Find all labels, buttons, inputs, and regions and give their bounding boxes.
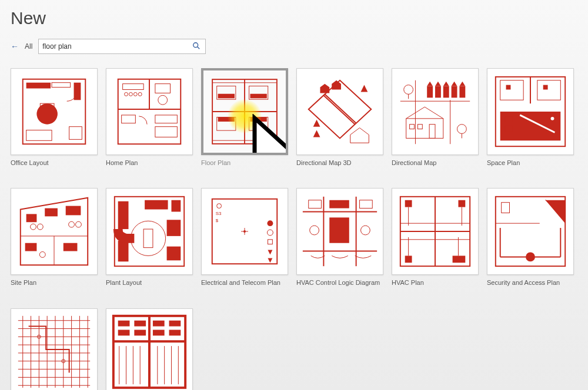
template-label: Space Plan [487, 159, 574, 167]
template-label: Directional Map [392, 159, 479, 167]
svg-point-85 [217, 204, 222, 209]
template-reflected-ceiling-plan[interactable]: Reflected Ceiling Plan [106, 308, 193, 390]
svg-rect-27 [218, 94, 235, 99]
svg-rect-55 [537, 80, 560, 100]
svg-rect-93 [268, 240, 272, 244]
svg-text:S3: S3 [216, 211, 222, 217]
svg-rect-156 [169, 330, 181, 335]
svg-rect-20 [122, 115, 136, 123]
svg-rect-9 [69, 127, 82, 140]
svg-rect-40 [435, 86, 441, 98]
svg-point-6 [36, 103, 58, 125]
svg-rect-81 [171, 200, 181, 212]
template-label: Floor Plan [201, 159, 288, 167]
svg-point-92 [267, 230, 273, 236]
svg-point-103 [361, 226, 370, 235]
svg-rect-56 [506, 85, 511, 90]
template-directional-map-3d[interactable]: Directional Map 3D [296, 68, 383, 167]
category-all-link[interactable]: All [25, 42, 32, 51]
svg-rect-77 [118, 241, 129, 262]
template-label: HVAC Control Logic Diagram [296, 278, 383, 287]
template-thumbnail: ⇲ [201, 68, 288, 155]
back-button[interactable]: ← [11, 42, 19, 51]
svg-rect-82 [167, 220, 181, 237]
svg-rect-13 [123, 84, 144, 90]
svg-rect-80 [145, 200, 168, 210]
template-electrical-telecom-plan[interactable]: S3 $ Electrical and Telecom Plan [201, 188, 288, 287]
template-label: Electrical and Telecom Plan [201, 278, 288, 287]
svg-point-16 [133, 92, 137, 96]
svg-point-72 [69, 222, 75, 228]
svg-point-48 [404, 85, 413, 95]
template-security-access-plan[interactable]: Security and Access Plan [487, 188, 574, 287]
svg-rect-46 [417, 125, 422, 129]
svg-point-78 [131, 221, 165, 256]
template-thumbnail [106, 188, 193, 275]
svg-text:$: $ [216, 218, 219, 224]
svg-point-70 [31, 224, 36, 230]
svg-rect-21 [155, 115, 177, 123]
svg-rect-109 [405, 256, 412, 263]
svg-rect-68 [25, 243, 37, 251]
template-site-plan[interactable]: Site Plan [11, 188, 98, 287]
svg-point-102 [310, 226, 319, 235]
svg-rect-45 [410, 125, 415, 129]
svg-rect-149 [118, 320, 130, 326]
template-label: Home Plan [106, 159, 193, 167]
template-floor-plan[interactable]: ⇲ Floor Plan [201, 68, 288, 167]
template-thumbnail [487, 68, 574, 155]
svg-rect-79 [143, 229, 153, 248]
template-space-plan[interactable]: Space Plan [487, 68, 574, 167]
svg-rect-154 [134, 330, 146, 335]
template-thumbnail [392, 68, 479, 155]
template-label: Site Plan [11, 278, 98, 287]
svg-rect-31 [218, 117, 235, 122]
template-grid: Office Layout Home Plan [11, 68, 577, 390]
svg-rect-101 [329, 218, 349, 243]
svg-point-91 [267, 221, 273, 227]
template-label: Office Layout [11, 159, 98, 167]
svg-rect-100 [360, 200, 373, 209]
svg-rect-39 [427, 86, 433, 98]
template-thumbnail [392, 188, 479, 275]
template-thumbnail [106, 68, 193, 155]
template-home-plan[interactable]: Home Plan [106, 68, 193, 167]
template-directional-map[interactable]: Directional Map [392, 68, 479, 167]
template-hvac-control-logic[interactable]: HVAC Control Logic Diagram [296, 188, 383, 287]
svg-rect-150 [134, 320, 146, 326]
template-thumbnail [487, 188, 574, 275]
search-box[interactable] [38, 39, 206, 54]
template-thumbnail [11, 188, 98, 275]
svg-rect-155 [153, 330, 165, 335]
svg-rect-121 [502, 203, 510, 213]
svg-point-15 [129, 92, 132, 96]
search-input[interactable] [42, 42, 191, 51]
svg-rect-76 [118, 201, 129, 229]
svg-rect-108 [458, 200, 465, 207]
svg-rect-110 [453, 256, 466, 263]
search-button[interactable] [191, 42, 202, 52]
svg-point-74 [39, 252, 45, 258]
svg-rect-29 [250, 94, 266, 99]
template-thumbnail [296, 188, 383, 275]
svg-rect-69 [64, 243, 78, 251]
svg-rect-8 [26, 130, 52, 141]
template-hvac-plan[interactable]: HVAC Plan [392, 188, 479, 287]
svg-rect-83 [167, 247, 181, 261]
svg-rect-65 [26, 214, 37, 223]
template-office-layout[interactable]: Office Layout [11, 68, 98, 167]
cursor-icon [242, 114, 288, 155]
svg-rect-54 [500, 80, 523, 100]
template-plant-layout[interactable]: Plant Layout [106, 188, 193, 287]
svg-point-19 [158, 95, 168, 105]
search-icon [192, 42, 201, 50]
svg-point-62 [551, 117, 554, 120]
svg-rect-41 [443, 86, 449, 98]
page-title: New [11, 8, 577, 28]
svg-point-0 [193, 42, 198, 47]
svg-rect-66 [45, 209, 58, 217]
svg-point-71 [37, 224, 43, 230]
template-plumbing-piping-plan[interactable]: Plumbing and Piping Plan [11, 308, 98, 390]
template-label: HVAC Plan [392, 278, 479, 287]
search-row: ← All [11, 39, 577, 54]
